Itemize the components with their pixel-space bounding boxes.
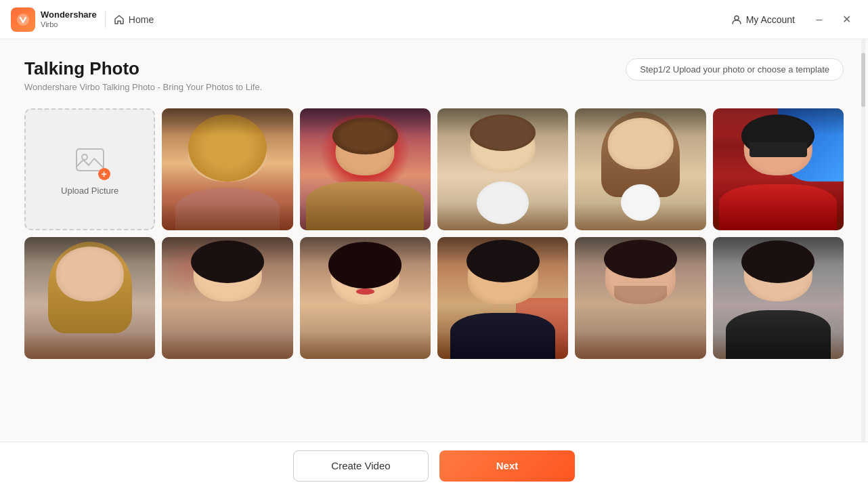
- page-title: Talking Photo: [24, 58, 262, 79]
- portrait-10: [575, 237, 706, 359]
- photo-card-8[interactable]: [300, 237, 431, 359]
- home-label: Home: [129, 14, 154, 25]
- title-bar-left: Wondershare Virbo Home: [11, 7, 154, 32]
- logo-icon: [11, 7, 35, 32]
- create-video-button[interactable]: Create Video: [293, 450, 429, 482]
- my-account-button[interactable]: My Account: [723, 10, 803, 29]
- step-badge: Step1/2 Upload your photo or choose a te…: [626, 58, 844, 81]
- photo-card-10[interactable]: [575, 237, 706, 359]
- portrait-5: [713, 108, 844, 230]
- home-icon: [114, 14, 125, 25]
- portrait-3: [437, 108, 568, 230]
- overlay-bottom-6: [24, 332, 155, 359]
- page-title-section: Talking Photo Wondershare Virbo Talking …: [24, 58, 262, 92]
- bottom-bar: Create Video Next: [0, 442, 868, 489]
- scroll-indicator: [861, 39, 865, 442]
- overlay-bottom-8: [300, 332, 431, 359]
- portrait-4: [575, 108, 706, 230]
- photo-card-6[interactable]: [24, 237, 155, 359]
- svg-point-0: [17, 14, 29, 26]
- title-bar: Wondershare Virbo Home My Account – ✕: [0, 0, 868, 39]
- upload-label: Upload Picture: [61, 186, 118, 196]
- photo-grid: + Upload Picture: [24, 108, 844, 359]
- svg-point-3: [82, 154, 87, 160]
- page-header: Talking Photo Wondershare Virbo Talking …: [24, 58, 844, 92]
- divider: [105, 12, 106, 28]
- upload-icon-wrap: +: [74, 144, 106, 179]
- minimize-button[interactable]: –: [808, 9, 830, 30]
- title-bar-right: My Account – ✕: [723, 9, 857, 30]
- photo-card-7[interactable]: [162, 237, 292, 359]
- photo-card-4[interactable]: [575, 108, 706, 230]
- photo-card-5[interactable]: [713, 108, 844, 230]
- portrait-6: [24, 237, 155, 359]
- main-content: Talking Photo Wondershare Virbo Talking …: [0, 39, 868, 442]
- portrait-8: [300, 237, 431, 359]
- overlay-bottom-10: [575, 332, 706, 359]
- overlay-bottom-7: [162, 332, 292, 359]
- portrait-7: [162, 237, 292, 359]
- portrait-9: [437, 237, 568, 359]
- next-button[interactable]: Next: [439, 450, 575, 482]
- upload-card[interactable]: + Upload Picture: [24, 108, 155, 230]
- photo-card-9[interactable]: [437, 237, 568, 359]
- svg-point-1: [735, 16, 739, 20]
- logo-text: Wondershare Virbo: [41, 10, 97, 28]
- photo-card-3[interactable]: [437, 108, 568, 230]
- logo-product: Virbo: [41, 20, 97, 28]
- logo: Wondershare Virbo: [11, 7, 97, 32]
- page-subtitle: Wondershare Virbo Talking Photo - Bring …: [24, 82, 262, 92]
- svg-rect-2: [77, 149, 104, 171]
- portrait-1: [162, 108, 292, 230]
- portrait-2: [300, 108, 431, 230]
- portrait-11: [713, 237, 844, 359]
- scroll-thumb: [861, 53, 865, 107]
- overlay-bottom-1: [162, 203, 292, 230]
- logo-brand: Wondershare: [41, 10, 97, 20]
- photo-card-1[interactable]: [162, 108, 292, 230]
- account-icon: [731, 14, 742, 25]
- close-button[interactable]: ✕: [836, 9, 857, 30]
- upload-plus-icon: +: [98, 168, 110, 180]
- my-account-label: My Account: [746, 14, 795, 25]
- home-nav[interactable]: Home: [114, 14, 154, 25]
- overlay-top-1: [162, 108, 292, 135]
- photo-card-2[interactable]: [300, 108, 431, 230]
- photo-card-11[interactable]: [713, 237, 844, 359]
